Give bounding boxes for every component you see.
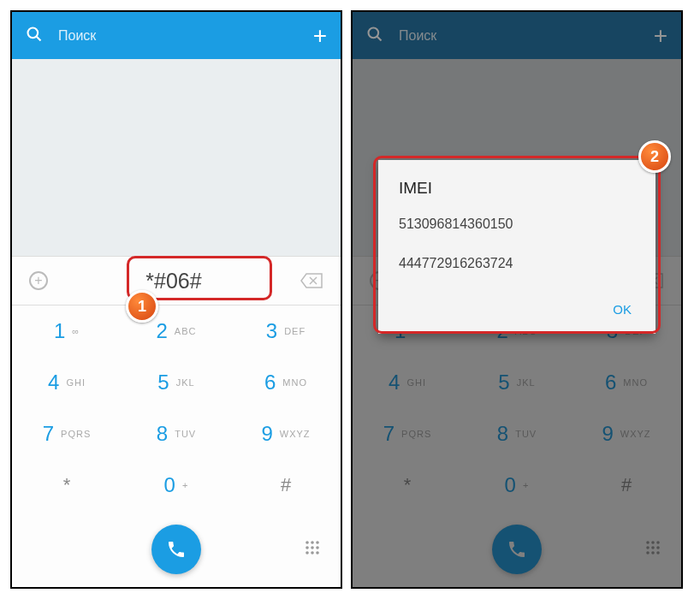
dial-input[interactable]: *#06# [48, 269, 300, 294]
svg-point-10 [306, 551, 309, 555]
svg-point-0 [28, 27, 39, 38]
imei-value-2: 444772916263724 [399, 256, 635, 271]
svg-line-1 [37, 36, 41, 40]
empty-area [12, 59, 341, 256]
imei-dialog: IMEI 513096814360150 444772916263724 OK [378, 160, 656, 334]
call-button[interactable] [151, 525, 201, 574]
key-0[interactable]: 0+ [122, 460, 231, 511]
dialog-title: IMEI [399, 179, 635, 198]
key-hash[interactable]: # [231, 460, 341, 511]
bottom-row [12, 511, 341, 588]
key-6[interactable]: 6MNO [231, 357, 341, 408]
key-4[interactable]: 4GHI [12, 357, 122, 408]
key-7[interactable]: 7PQRS [12, 408, 122, 460]
svg-point-12 [316, 551, 319, 555]
svg-point-11 [311, 551, 314, 555]
key-8[interactable]: 8TUV [122, 408, 231, 460]
search-bar[interactable]: Поиск + [12, 12, 341, 59]
svg-point-7 [306, 546, 309, 549]
backspace-icon[interactable] [300, 272, 323, 289]
key-9[interactable]: 9WXYZ [231, 408, 341, 460]
key-5[interactable]: 5JKL [122, 357, 231, 408]
dial-input-row: + *#06# [12, 256, 341, 305]
annotation-badge-2: 2 [638, 140, 671, 173]
svg-point-8 [311, 546, 314, 549]
svg-point-4 [306, 541, 309, 544]
keypad: 1∞ 2ABC 3DEF 4GHI 5JKL 6MNO 7PQRS 8TUV 9… [12, 305, 341, 511]
annotation-badge-1: 1 [126, 290, 158, 323]
svg-point-5 [311, 541, 314, 544]
search-icon [26, 26, 43, 46]
add-contact-icon[interactable]: + [313, 22, 327, 50]
ok-button[interactable]: OK [609, 295, 635, 323]
phone-screen-dialer: Поиск + + *#06# 1∞ 2ABC 3DEF 4GHI 5JKL 6… [10, 10, 342, 589]
svg-point-9 [316, 546, 319, 549]
key-3[interactable]: 3DEF [231, 305, 341, 357]
imei-value-1: 513096814360150 [399, 216, 635, 232]
search-placeholder: Поиск [58, 28, 96, 44]
phone-screen-imei-dialog: Поиск + + 1∞ 2ABC 3DEF 4GHI 5JKL 6MNO 7P… [351, 10, 683, 589]
key-star[interactable]: * [12, 460, 122, 511]
key-1[interactable]: 1∞ [12, 305, 122, 357]
dialpad-grid-icon[interactable] [305, 540, 320, 559]
svg-point-6 [316, 541, 319, 544]
add-to-contacts-icon[interactable]: + [29, 271, 48, 290]
